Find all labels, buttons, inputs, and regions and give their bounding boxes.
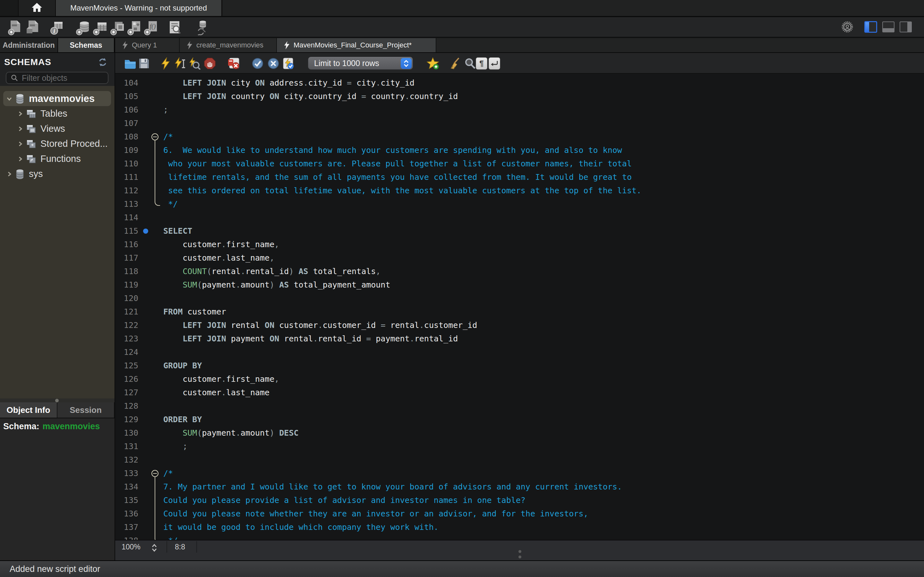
code-line[interactable]: 119 SUM(payment.amount) AS total_payment… xyxy=(115,278,924,292)
code-line[interactable]: 1096. We would like to understand how mu… xyxy=(115,143,924,157)
beautify-query-button[interactable] xyxy=(449,57,461,69)
create-procedure-button[interactable] xyxy=(128,20,142,35)
code-area[interactable]: 104 LEFT JOIN city ON address.city_id = … xyxy=(115,74,924,540)
tab-session[interactable]: Session xyxy=(57,402,115,418)
tab-create-mavenmovies[interactable]: create_mavenmovies xyxy=(180,38,277,52)
code-line[interactable]: 110 who your most valuable customers are… xyxy=(115,157,924,171)
code-line[interactable]: 117 customer.last_name, xyxy=(115,251,924,265)
tab-administration[interactable]: Administration xyxy=(0,38,57,52)
toggle-left-panel-button[interactable] xyxy=(865,21,877,32)
tab-query-1[interactable]: Query 1 xyxy=(115,38,180,52)
find-button[interactable] xyxy=(464,57,476,69)
stop-button[interactable] xyxy=(204,57,216,69)
code-line[interactable]: 108/* xyxy=(115,130,924,143)
code-line[interactable]: 113 */ xyxy=(115,197,924,211)
code-line[interactable]: 127 customer.last_name xyxy=(115,386,924,400)
code-line[interactable]: 106; xyxy=(115,103,924,117)
toggle-bottom-panel-button[interactable] xyxy=(882,21,895,32)
chevron-right-icon[interactable] xyxy=(17,126,24,132)
execute-button[interactable] xyxy=(160,57,172,69)
limit-rows-dropdown[interactable]: Limit to 1000 rows xyxy=(308,57,413,69)
rollback-button[interactable] xyxy=(267,57,279,69)
filter-objects-input[interactable] xyxy=(22,73,99,83)
sidebar-splitter[interactable] xyxy=(0,398,115,402)
toggle-stop-on-error-button[interactable] xyxy=(228,57,240,69)
code-line[interactable]: 107 xyxy=(115,117,924,130)
tree-item-mavenmovies[interactable]: mavenmovies xyxy=(0,91,115,106)
code-line[interactable]: 128 xyxy=(115,400,924,413)
create-schema-button[interactable] xyxy=(76,20,90,35)
code-line[interactable]: 125GROUP BY xyxy=(115,359,924,372)
zoom-stepper-icon[interactable] xyxy=(151,543,158,556)
save-button[interactable] xyxy=(138,57,150,69)
code-line[interactable]: 137it would be good to include which com… xyxy=(115,521,924,534)
open-file-button[interactable] xyxy=(124,57,136,69)
code-line[interactable]: 123 LEFT JOIN payment ON rental.rental_i… xyxy=(115,332,924,346)
table-inspector-button[interactable]: i xyxy=(50,20,64,35)
new-sql-script-button[interactable] xyxy=(8,20,22,35)
line-number: 115 xyxy=(115,224,138,238)
create-function-button[interactable]: f() xyxy=(144,20,158,35)
toggle-invisibles-button[interactable]: ¶ xyxy=(476,57,487,69)
tree-item-views[interactable]: Views xyxy=(0,121,115,136)
reconnect-database-button[interactable] xyxy=(194,20,208,35)
chevron-down-icon[interactable] xyxy=(6,96,13,102)
code-line[interactable]: 138 */ xyxy=(115,534,924,540)
explain-plan-button[interactable] xyxy=(188,57,200,69)
code-line[interactable]: 129ORDER BY xyxy=(115,413,924,426)
execute-current-statement-button[interactable] xyxy=(174,57,186,69)
open-sql-script-button[interactable] xyxy=(25,20,39,35)
code-line[interactable]: 135Could you please provide a list of ad… xyxy=(115,494,924,507)
tree-item-sys[interactable]: sys xyxy=(0,166,115,181)
tree-item-functions[interactable]: Functions xyxy=(0,151,115,166)
output-splitter-grip[interactable] xyxy=(519,556,521,558)
code-line[interactable]: 124 xyxy=(115,346,924,359)
code-line[interactable]: 105 LEFT JOIN country ON city.country_id… xyxy=(115,90,924,103)
fold-marker-icon[interactable] xyxy=(152,133,158,140)
tab-final-course-project[interactable]: MavenMovies_Final_Course_Project* xyxy=(277,38,436,52)
tab-schemas[interactable]: Schemas xyxy=(57,38,115,52)
toggle-right-panel-button[interactable] xyxy=(900,21,912,32)
tree-item-stored-procedures[interactable]: Stored Proced... xyxy=(0,136,115,151)
code-line[interactable]: 116 customer.first_name, xyxy=(115,238,924,251)
code-line[interactable]: 111 lifetime rentals, and the sum of all… xyxy=(115,171,924,184)
filter-box[interactable] xyxy=(6,72,108,84)
zoom-level[interactable]: 100% xyxy=(121,540,141,553)
toggle-word-wrap-button[interactable] xyxy=(489,57,500,69)
code-line[interactable]: 126 customer.first_name, xyxy=(115,372,924,386)
connection-tab[interactable]: MavenMovies - Warning - not supported xyxy=(55,0,222,16)
code-line[interactable]: 1347. My partner and I would like to get… xyxy=(115,480,924,494)
code-line[interactable]: 112 see this ordered on total lifetime v… xyxy=(115,184,924,197)
chevron-right-icon[interactable] xyxy=(17,111,24,117)
home-tab[interactable] xyxy=(18,0,55,16)
tab-object-info[interactable]: Object Info xyxy=(0,402,57,418)
code-line[interactable]: 120 xyxy=(115,292,924,305)
output-splitter-grip[interactable] xyxy=(519,550,521,553)
code-line[interactable]: 131 ; xyxy=(115,440,924,453)
chevron-right-icon[interactable] xyxy=(17,141,24,147)
code-line[interactable]: 118 COUNT(rental.rental_id) AS total_ren… xyxy=(115,265,924,278)
code-line[interactable]: 114 xyxy=(115,211,924,224)
add-snippet-button[interactable] xyxy=(427,57,439,69)
tab-create-mavenmovies-label: create_mavenmovies xyxy=(196,41,263,49)
create-table-button[interactable] xyxy=(93,20,107,35)
tree-item-tables[interactable]: Tables xyxy=(0,106,115,121)
chevron-right-icon[interactable] xyxy=(17,156,24,162)
toggle-autocommit-button[interactable] xyxy=(282,57,294,69)
code-line[interactable]: 115SELECT xyxy=(115,224,924,238)
preferences-gear-icon[interactable] xyxy=(841,20,854,35)
code-line[interactable]: 130 SUM(payment.amount) DESC xyxy=(115,426,924,440)
code-line[interactable]: 132 xyxy=(115,453,924,467)
sidebar-editor-divider[interactable] xyxy=(115,38,115,560)
code-line[interactable]: 136Could you please note whether they ar… xyxy=(115,507,924,521)
search-data-button[interactable] xyxy=(168,20,182,35)
refresh-schemas-icon[interactable] xyxy=(98,57,107,67)
commit-button[interactable] xyxy=(252,57,264,69)
code-line[interactable]: 133/* xyxy=(115,467,924,480)
chevron-right-icon[interactable] xyxy=(6,171,13,177)
fold-marker-icon[interactable] xyxy=(152,470,158,477)
code-line[interactable]: 122 LEFT JOIN rental ON customer.custome… xyxy=(115,319,924,332)
code-line[interactable]: 104 LEFT JOIN city ON address.city_id = … xyxy=(115,76,924,90)
code-line[interactable]: 121FROM customer xyxy=(115,305,924,319)
create-view-button[interactable] xyxy=(110,20,124,35)
